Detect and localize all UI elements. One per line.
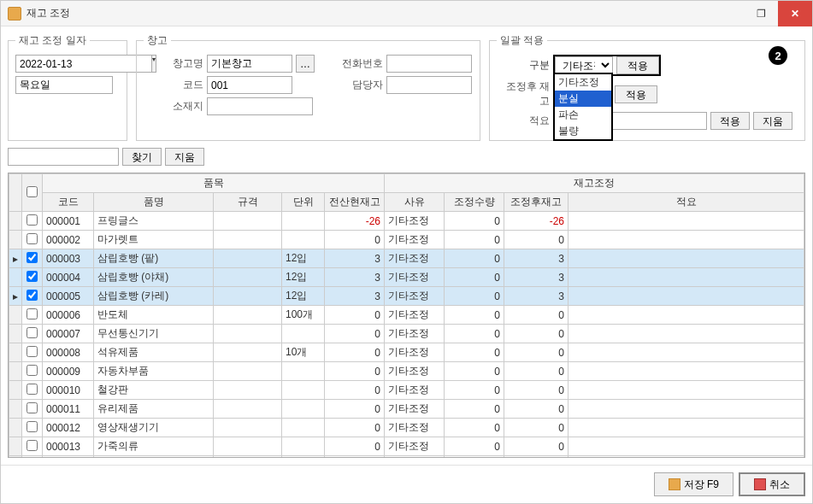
cell-spec[interactable] (214, 306, 282, 325)
row-checkbox[interactable] (27, 346, 38, 357)
cell-adjqty[interactable]: 0 (445, 268, 504, 287)
cell-spec[interactable] (214, 362, 282, 381)
afterstock-apply-button[interactable]: 적용 (615, 85, 657, 103)
cell-code[interactable]: 000003 (43, 249, 94, 268)
cell-spec[interactable] (214, 212, 282, 231)
cell-unit[interactable] (282, 437, 325, 456)
cell-stock[interactable]: 0 (325, 456, 385, 459)
cell-adjqty[interactable]: 0 (445, 419, 504, 437)
row-checkbox[interactable] (27, 252, 38, 263)
cell-code[interactable]: 000001 (43, 212, 94, 231)
cell-memo[interactable] (569, 231, 804, 249)
cell-name[interactable]: 마가렛트 (94, 231, 214, 249)
cell-unit[interactable] (282, 212, 325, 231)
col-reason[interactable]: 사유 (385, 193, 445, 212)
cell-name[interactable]: 반도체 (94, 306, 214, 325)
row-checkbox[interactable] (27, 214, 38, 226)
cell-reason[interactable]: 기타조정 (385, 306, 445, 325)
cell-stock[interactable]: 0 (325, 381, 385, 400)
cell-memo[interactable] (569, 343, 804, 362)
cell-unit[interactable] (282, 231, 325, 249)
row-checkbox[interactable] (27, 384, 38, 395)
cancel-button[interactable]: 취소 (739, 472, 805, 496)
cell-name[interactable]: 무선통신기기 (94, 325, 214, 343)
cell-code[interactable]: 000014 (43, 456, 94, 459)
table-row[interactable]: 000009자동차부품0기타조정00 (9, 362, 804, 381)
row-checkbox[interactable] (27, 440, 38, 451)
cell-stock[interactable]: 0 (325, 325, 385, 343)
cell-reason[interactable]: 기타조정 (385, 249, 445, 268)
cell-unit[interactable] (282, 362, 325, 381)
cell-stock[interactable]: 0 (325, 306, 385, 325)
cell-afterstock[interactable]: 0 (504, 325, 569, 343)
cell-unit[interactable]: 10개 (282, 343, 325, 362)
cell-code[interactable]: 000006 (43, 306, 94, 325)
date-input[interactable] (15, 55, 151, 73)
memo-apply-button[interactable]: 적용 (710, 112, 750, 130)
cell-name[interactable]: 자동차부품 (94, 362, 214, 381)
col-afterstock[interactable]: 조정후재고 (504, 193, 569, 212)
cell-afterstock[interactable]: 0 (504, 456, 569, 459)
cell-reason[interactable]: 기타조정 (385, 231, 445, 249)
cell-stock[interactable]: 0 (325, 400, 385, 419)
cell-stock[interactable]: 0 (325, 343, 385, 362)
row-checkbox[interactable] (27, 271, 38, 282)
cell-spec[interactable] (214, 456, 282, 459)
cell-reason[interactable]: 기타조정 (385, 456, 445, 459)
cell-memo[interactable] (569, 306, 804, 325)
cell-spec[interactable] (214, 400, 282, 419)
cell-stock[interactable]: 0 (325, 231, 385, 249)
cell-adjqty[interactable]: 0 (445, 362, 504, 381)
cell-unit[interactable]: 12입 (282, 268, 325, 287)
col-stock[interactable]: 전산현재고 (325, 193, 385, 212)
table-row[interactable]: 000006반도체100개0기타조정00 (9, 306, 804, 325)
cell-memo[interactable] (569, 400, 804, 419)
row-checkbox[interactable] (27, 327, 38, 338)
cell-afterstock[interactable]: 0 (504, 381, 569, 400)
col-adjqty[interactable]: 조정수량 (445, 193, 504, 212)
cell-name[interactable]: 삼립호빵 (카레) (94, 287, 214, 306)
select-all-checkbox[interactable] (27, 186, 38, 197)
cell-adjqty[interactable]: 0 (445, 343, 504, 362)
cell-reason[interactable]: 기타조정 (385, 362, 445, 381)
cell-memo[interactable] (569, 268, 804, 287)
col-code[interactable]: 코드 (43, 193, 94, 212)
cell-afterstock[interactable]: 3 (504, 268, 569, 287)
table-row[interactable]: 000010철강판0기타조정00 (9, 381, 804, 400)
table-row[interactable]: 000004삼립호빵 (야채)12입3기타조정03 (9, 268, 804, 287)
table-row[interactable]: 000011유리제품0기타조정00 (9, 400, 804, 419)
row-checkbox[interactable] (27, 233, 38, 244)
cell-reason[interactable]: 기타조정 (385, 343, 445, 362)
cell-code[interactable]: 000005 (43, 287, 94, 306)
table-row[interactable]: 000014원유0기타조정00 (9, 456, 804, 459)
memo-clear-button[interactable]: 지움 (753, 112, 792, 130)
cell-spec[interactable] (214, 381, 282, 400)
table-row[interactable]: 000007무선통신기기0기타조정00 (9, 325, 804, 343)
table-row[interactable]: ▸000005삼립호빵 (카레)12입3기타조정03 (9, 287, 804, 306)
row-checkbox[interactable] (27, 290, 38, 301)
cell-stock[interactable]: 3 (325, 249, 385, 268)
cell-adjqty[interactable]: 0 (445, 249, 504, 268)
cell-name[interactable]: 유리제품 (94, 400, 214, 419)
cell-spec[interactable] (214, 343, 282, 362)
cell-code[interactable]: 000008 (43, 343, 94, 362)
cell-stock[interactable]: 3 (325, 268, 385, 287)
cell-spec[interactable] (214, 419, 282, 437)
cell-afterstock[interactable]: 0 (504, 400, 569, 419)
find-button[interactable]: 찾기 (122, 148, 162, 166)
cell-code[interactable]: 000012 (43, 419, 94, 437)
table-row[interactable]: 000001프링글스-26기타조정0-26 (9, 212, 804, 231)
table-row[interactable]: 000012영상재생기기0기타조정00 (9, 419, 804, 437)
cell-memo[interactable] (569, 287, 804, 306)
cell-stock[interactable]: -26 (325, 212, 385, 231)
col-memo[interactable]: 적요 (569, 193, 804, 212)
cell-adjqty[interactable]: 0 (445, 231, 504, 249)
class-option-0[interactable]: 기타조정 (555, 74, 611, 91)
save-button[interactable]: 저장 F9 (654, 472, 733, 496)
cell-afterstock[interactable]: 0 (504, 343, 569, 362)
cell-adjqty[interactable]: 0 (445, 325, 504, 343)
table-row[interactable]: ▸000003삼립호빵 (팥)12입3기타조정03 (9, 249, 804, 268)
cell-spec[interactable] (214, 249, 282, 268)
class-option-2[interactable]: 파손 (555, 107, 611, 123)
cell-adjqty[interactable]: 0 (445, 456, 504, 459)
